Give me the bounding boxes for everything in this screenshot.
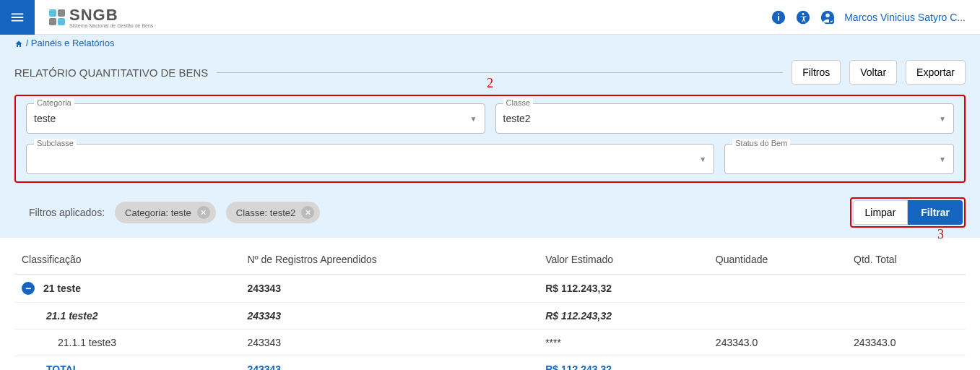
cell-valor: R$ 112.243,32 [538, 303, 708, 330]
app-logo: SNGB Sistema Nacional de Gestão de Bens [49, 6, 153, 28]
logo-text: SNGB [69, 6, 153, 25]
applied-filters-row: Filtros aplicados: Categoria: teste ✕ Cl… [0, 190, 980, 238]
info-icon[interactable] [771, 9, 786, 25]
classe-select[interactable]: Classe teste2 ▼ [495, 103, 955, 134]
hamburger-menu-button[interactable] [0, 0, 35, 35]
chevron-down-icon: ▼ [699, 155, 706, 163]
filtrar-button[interactable]: Filtrar [908, 200, 963, 225]
table-row: 21.1.1 teste3 243343 **** 243343.0 24334… [14, 330, 966, 356]
filter-chip-classe: Classe: teste2 ✕ [226, 202, 320, 223]
collapse-icon[interactable]: − [22, 282, 35, 295]
cell-qtdtotal [846, 275, 966, 303]
filter-area: 2 Categoria teste ▼ Classe teste2 ▼ Subc… [0, 90, 980, 190]
chevron-down-icon: ▼ [939, 115, 946, 123]
applied-actions: Limpar Filtrar 3 [850, 197, 966, 228]
filter-chip-categoria: Categoria: teste ✕ [115, 202, 216, 223]
categoria-select[interactable]: Categoria teste ▼ [26, 103, 485, 134]
classe-label: Classe [503, 98, 534, 107]
annotation-2: 2 [487, 76, 493, 91]
exportar-button[interactable]: Exportar [906, 60, 966, 85]
filter-outline: Categoria teste ▼ Classe teste2 ▼ Subcla… [14, 95, 966, 183]
cell-quantidade: 243343.0 [708, 330, 846, 356]
cell-valor: **** [538, 330, 708, 356]
chip-remove-icon[interactable]: ✕ [197, 206, 210, 219]
applied-filters-label: Filtros aplicados: [29, 207, 105, 218]
categoria-value: teste [34, 113, 470, 124]
annotation-3: 3 [937, 227, 944, 242]
hamburger-icon [9, 9, 25, 25]
cell-total-valor: R$ 112.243,32 [538, 356, 708, 371]
svg-rect-1 [778, 16, 779, 20]
table-header-row: Classificação Nº de Registros Apreendido… [14, 245, 966, 275]
page-title: RELATÓRIO QUANTITATIVO DE BENS [14, 66, 208, 79]
col-qtdtotal: Qtd. Total [846, 245, 966, 275]
chip-text: Classe: teste2 [236, 207, 295, 218]
cell-classificacao: 21.1.1 teste3 [14, 330, 240, 356]
cell-total-label: TOTAL [14, 356, 240, 371]
col-classificacao: Classificação [14, 245, 240, 275]
top-header: SNGB Sistema Nacional de Gestão de Bens … [0, 0, 980, 35]
cell-total-qtdtotal [846, 356, 966, 371]
breadcrumb: / Painéis e Relatórios [0, 35, 980, 51]
cell-registros: 243343 [240, 303, 538, 330]
categoria-label: Categoria [34, 98, 74, 107]
chevron-down-icon: ▼ [470, 115, 477, 123]
table-row: 21.1 teste2 243343 R$ 112.243,32 [14, 303, 966, 330]
chevron-down-icon: ▼ [939, 155, 946, 163]
cell-classificacao: 21.1 teste2 [14, 303, 240, 330]
title-divider [217, 72, 783, 73]
results-table-wrap: Classificação Nº de Registros Apreendido… [0, 238, 980, 370]
cell-quantidade [708, 303, 846, 330]
cell-valor: R$ 112.243,32 [538, 275, 708, 303]
svg-point-6 [825, 13, 830, 17]
status-label: Status do Bem [732, 139, 790, 147]
table-total-row: TOTAL 243343 R$ 112.243,32 [14, 356, 966, 371]
svg-rect-2 [778, 13, 779, 14]
cell-quantidade [708, 275, 846, 303]
user-name-link[interactable]: Marcos Vinicius Satyro C... [844, 12, 966, 23]
voltar-button[interactable]: Voltar [849, 60, 897, 85]
chip-remove-icon[interactable]: ✕ [301, 206, 314, 219]
breadcrumb-sep: / [26, 38, 31, 48]
col-registros: Nº de Registros Apreendidos [240, 245, 538, 275]
cell-qtdtotal: 243343.0 [846, 330, 966, 356]
filtros-button[interactable]: Filtros [792, 60, 841, 85]
breadcrumb-home-icon[interactable] [14, 38, 26, 48]
classe-value: teste2 [503, 113, 940, 124]
limpar-button[interactable]: Limpar [853, 200, 909, 225]
logo-subtitle: Sistema Nacional de Gestão de Bens [69, 23, 153, 28]
svg-point-4 [802, 13, 805, 15]
subclasse-label: Subclasse [34, 139, 77, 147]
col-valor: Valor Estimado [538, 245, 708, 275]
user-avatar-icon[interactable] [820, 9, 836, 25]
table-row: − 21 teste 243343 R$ 112.243,32 [14, 275, 966, 303]
cell-classificacao: 21 teste [43, 283, 81, 294]
chip-text: Categoria: teste [125, 207, 191, 218]
col-quantidade: Quantidade [708, 245, 846, 275]
status-select[interactable]: Status do Bem ▼ [724, 144, 954, 174]
cell-total-registros: 243343 [240, 356, 538, 371]
cell-registros: 243343 [240, 275, 538, 303]
subclasse-select[interactable]: Subclasse ▼ [26, 144, 714, 174]
cell-registros: 243343 [240, 330, 538, 356]
cell-qtdtotal [846, 303, 966, 330]
results-table: Classificação Nº de Registros Apreendido… [14, 245, 966, 370]
cell-total-quantidade [708, 356, 846, 371]
accessibility-icon[interactable] [795, 9, 811, 25]
logo-icon [49, 9, 65, 25]
breadcrumb-link[interactable]: Painéis e Relatórios [31, 38, 115, 48]
